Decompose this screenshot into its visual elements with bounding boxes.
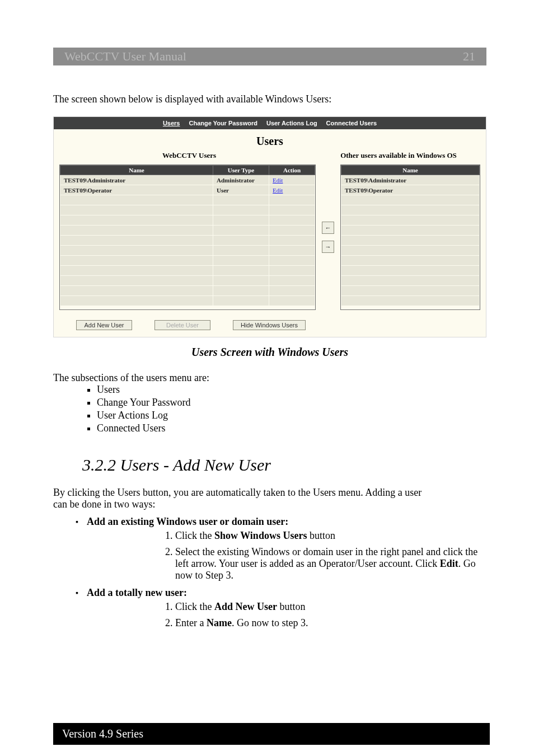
left-table-title: WebCCTV Users xyxy=(60,151,318,160)
table-header-row: Name xyxy=(341,166,480,175)
section-heading: 3.2.2 Users - Add New User xyxy=(82,456,486,475)
cell-type: Administrator xyxy=(213,175,269,185)
panel-title: Users xyxy=(54,129,486,151)
edit-link[interactable]: Edit xyxy=(269,175,315,185)
move-left-button[interactable]: ← xyxy=(322,222,334,234)
right-table-title: Other users available in Windows OS xyxy=(318,151,479,160)
tab-change-password[interactable]: Change Your Password xyxy=(189,120,257,126)
cell-name: TEST09\Administrator xyxy=(341,175,480,185)
table-row[interactable]: TEST09\Administrator Administrator Edit xyxy=(60,175,315,185)
tab-users[interactable]: Users xyxy=(163,120,180,126)
header-bar: WebCCTV User Manual 21 xyxy=(53,48,486,65)
body-text: can be done in two ways: xyxy=(53,499,486,510)
list-item: Users xyxy=(97,384,486,396)
list-item: Change Your Password xyxy=(97,397,486,408)
list-item: Click the Add New User button xyxy=(175,601,486,613)
method2-title: Add a totally new user: xyxy=(53,587,486,599)
move-right-button[interactable]: → xyxy=(322,241,334,253)
cell-name: TEST09\Operator xyxy=(60,185,213,195)
list-item: Enter a Name. Go now to step 3. xyxy=(175,617,486,629)
body-text: By clicking the Users button, you are au… xyxy=(53,487,486,499)
table-row[interactable]: TEST09\Operator xyxy=(341,185,480,195)
list-item: Connected Users xyxy=(97,422,486,434)
tab-connected-users[interactable]: Connected Users xyxy=(326,120,377,126)
th-action: Action xyxy=(269,166,315,175)
screenshot-caption: Users Screen with Windows Users xyxy=(53,346,486,359)
list-item: User Actions Log xyxy=(97,410,486,421)
cell-type: User xyxy=(213,185,269,195)
webcctv-users-table: Name User Type Action TEST09\Administrat… xyxy=(59,165,316,310)
tabbar: Users Change Your Password User Actions … xyxy=(54,117,486,129)
tab-user-actions-log[interactable]: User Actions Log xyxy=(266,120,317,126)
delete-user-button[interactable]: Delete User xyxy=(154,320,210,330)
th-name: Name xyxy=(60,166,213,175)
th-type: User Type xyxy=(213,166,269,175)
cell-name: TEST09\Operator xyxy=(341,185,480,195)
edit-link[interactable]: Edit xyxy=(269,185,315,195)
footer-version: Version 4.9 Series xyxy=(53,723,490,745)
add-new-user-button[interactable]: Add New User xyxy=(76,320,132,330)
table-row[interactable]: TEST09\Operator User Edit xyxy=(60,185,315,195)
method2-steps: Click the Add New User button Enter a Na… xyxy=(53,601,486,629)
header-page-number: 21 xyxy=(463,49,475,64)
windows-users-table: Name TEST09\Administrator TEST09\Operato… xyxy=(340,165,480,310)
th-name: Name xyxy=(341,166,480,175)
cell-name: TEST09\Administrator xyxy=(60,175,213,185)
method1-steps: Click the Show Windows Users button Sele… xyxy=(53,530,486,581)
method1-title: Add an existing Windows user or domain u… xyxy=(53,516,486,528)
subtitles: WebCCTV Users Other users available in W… xyxy=(54,151,486,163)
table-header-row: Name User Type Action xyxy=(60,166,315,175)
list-item: Select the existing Windows or domain us… xyxy=(175,546,486,581)
subsections-intro: The subsections of the users menu are: xyxy=(53,372,486,384)
tables-row: Name User Type Action TEST09\Administrat… xyxy=(54,163,486,314)
hide-windows-users-button[interactable]: Hide Windows Users xyxy=(233,320,306,330)
arrow-controls: ← → xyxy=(316,165,340,310)
users-screen: Users Change Your Password User Actions … xyxy=(53,116,486,337)
subsections-list: Users Change Your Password User Actions … xyxy=(53,384,486,434)
button-row: Add New User Delete User Hide Windows Us… xyxy=(54,314,486,337)
list-item: Click the Show Windows Users button xyxy=(175,530,486,542)
intro-text: The screen shown below is displayed with… xyxy=(53,93,486,105)
table-row[interactable]: TEST09\Administrator xyxy=(341,175,480,185)
header-title: WebCCTV User Manual xyxy=(64,49,186,64)
